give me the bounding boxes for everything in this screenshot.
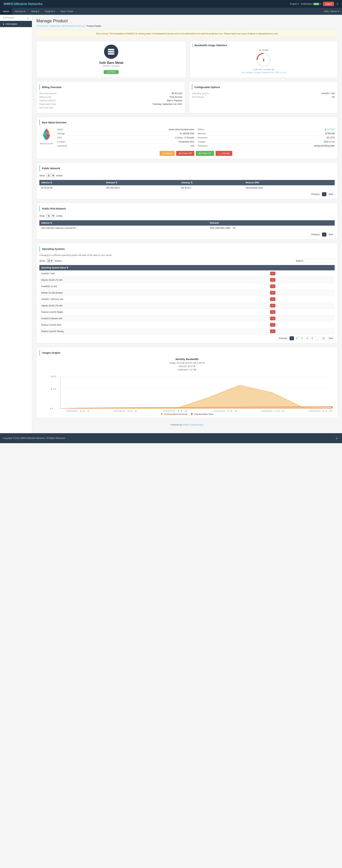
os-install-button[interactable]: 🔧 bbox=[270, 310, 275, 314]
os-search-box: Search: bbox=[296, 258, 335, 263]
bandwidth-chart: 30 10 0 2022-11-1 2022-11-2 2022-11-3 20… bbox=[39, 374, 335, 414]
os-search-input[interactable] bbox=[305, 258, 335, 263]
os-install-button[interactable]: 🔧 bbox=[270, 316, 275, 320]
svg-text:10: 10 bbox=[50, 388, 56, 390]
config-os: Operating System CentOS 7 x64 bbox=[192, 92, 335, 95]
os-header-row: Operating System Name ⇅ bbox=[39, 265, 335, 270]
ipv6-pagination: Previous 1 Next bbox=[39, 232, 335, 237]
nav-user[interactable]: Hello, Demo! ▾ bbox=[324, 10, 342, 13]
nav-billing[interactable]: Billing ▾ bbox=[28, 8, 42, 15]
os-prev-button[interactable]: Previous bbox=[277, 336, 289, 340]
os-table-row: Ubuntu 18.04 LTS x64 🔧 bbox=[39, 277, 335, 283]
os-install-button[interactable]: 🔧 bbox=[270, 297, 275, 301]
os-col-action bbox=[268, 265, 335, 270]
nav-services[interactable]: Services ▾ bbox=[12, 8, 28, 15]
os-install-button[interactable]: 🔧 bbox=[270, 272, 275, 275]
bm-memory: Memory: 32768 MB bbox=[198, 132, 335, 136]
notifications-button[interactable]: Notifications NEW ▾ bbox=[301, 3, 321, 5]
chevron-up-icon: ▲ bbox=[27, 17, 29, 19]
ipv6-prev-button[interactable]: Previous bbox=[310, 232, 321, 237]
os-install-button[interactable]: 🔧 bbox=[270, 284, 275, 288]
bare-metal-title: Bare Metal Overview bbox=[39, 120, 335, 125]
ipv6-table-row: 2001:19f0:5001:1869:0ec4:7aff:fe8e:ff27 … bbox=[39, 226, 335, 231]
nav-home[interactable]: Home bbox=[0, 8, 12, 15]
share-icon[interactable]: ↗ bbox=[336, 2, 338, 6]
breadcrumb-portal-home[interactable]: Portal Home bbox=[36, 25, 48, 27]
ipv6-show-select[interactable]: 5 10 25 bbox=[46, 214, 55, 218]
billing-next-due: Next Due Date bbox=[39, 106, 182, 109]
os-page-ellipsis: ... bbox=[315, 336, 320, 340]
ipv6-entries-label: entries bbox=[56, 215, 63, 217]
os-install-button[interactable]: 🔧 bbox=[270, 304, 275, 307]
os-install-button[interactable]: 🔧 bbox=[270, 330, 275, 333]
show-select[interactable]: 5 10 25 bbox=[46, 173, 55, 178]
sidebar-item-information[interactable]: ● Information bbox=[0, 21, 32, 27]
nav-open-ticket[interactable]: Open Ticket bbox=[58, 8, 76, 15]
language-button[interactable]: English ▾ bbox=[290, 3, 299, 5]
sidebar-group-overview[interactable]: Overview ▲ bbox=[0, 15, 32, 21]
nav-left: Home Services ▾ Billing ▾ Support ▾ Open… bbox=[0, 8, 76, 15]
os-table-row: CentOS 7 SELinux x64 🔧 bbox=[39, 296, 335, 303]
ipv6-next-button[interactable]: Next bbox=[327, 232, 335, 237]
prev-button[interactable]: Previous bbox=[310, 192, 321, 196]
os-next-button[interactable]: Next bbox=[327, 336, 335, 340]
stats-line2: Inbound: 34.8 GB bbox=[39, 365, 335, 368]
public-ipv6-controls: Show 5 10 25 entries bbox=[39, 214, 335, 218]
top-bar-right: English ▾ Notifications NEW ▾ Logout ↗ bbox=[290, 2, 338, 6]
svg-point-5 bbox=[113, 54, 114, 54]
col-address: Address ⇅ bbox=[39, 180, 104, 185]
page-1-button[interactable]: 1 bbox=[322, 192, 327, 196]
server-icon bbox=[107, 48, 115, 56]
poweroff-button[interactable]: ⏻ Power Off bbox=[176, 151, 194, 156]
reboot-button[interactable]: ↺ Reboot bbox=[160, 151, 175, 156]
os-table-row: CentOS 7 x64 🔧 bbox=[39, 270, 335, 277]
os-action-cell: 🔧 bbox=[268, 290, 335, 296]
billing-cycle: Billing Cycle Free Account bbox=[39, 96, 182, 98]
cell-gateway: 45.76.32.1 bbox=[179, 185, 244, 190]
os-page-12[interactable]: 12 bbox=[321, 336, 326, 340]
os-page-2[interactable]: 2 bbox=[295, 336, 299, 340]
top-bar: WMHCSModule Networks English ▾ Notificat… bbox=[0, 0, 342, 8]
poweron-button[interactable]: ⏻ Power On bbox=[196, 151, 214, 156]
bm-grid: Name: server.whmcsmodule.store Storage: … bbox=[57, 127, 335, 148]
os-install-button[interactable]: 🔧 bbox=[270, 291, 275, 294]
ipv6-cell-range: 2001:19f0:5001:1869: 64 bbox=[208, 226, 335, 231]
configurable-card: Configurable Options Operating System Ce… bbox=[189, 81, 338, 113]
os-page-5[interactable]: 5 bbox=[310, 336, 314, 340]
power-off-icon: ⏻ bbox=[179, 152, 181, 155]
dev-license-banner: Dev License: This installation of WHMCS … bbox=[36, 30, 338, 37]
stats-line3: Outbound: 0.12 GB bbox=[39, 368, 335, 371]
cell-address: 45.76.32.56 bbox=[39, 185, 104, 190]
svg-text:2022-11-1: 2022-11-1 bbox=[66, 410, 90, 412]
os-page-1[interactable]: 1 bbox=[289, 336, 294, 340]
breadcrumb-client-area[interactable]: Client Area bbox=[50, 25, 61, 27]
svg-text:2022-11-4: 2022-11-4 bbox=[213, 410, 237, 412]
table-header-row: Address ⇅ Netmask ⇅ Gateway ⇅ Reverse DN… bbox=[39, 180, 335, 185]
scroll-to-top-icon[interactable]: ▲ bbox=[335, 436, 339, 440]
bm-created: Created: 2022-11-01 bbox=[198, 140, 335, 144]
os-name-cell: Debian 10 x64 (buster) bbox=[39, 290, 268, 296]
os-page-3[interactable]: 3 bbox=[300, 336, 304, 340]
powered-link[interactable]: WHMCompleteSlution bbox=[182, 424, 203, 426]
ipv6-page-1-button[interactable]: 1 bbox=[322, 232, 327, 237]
sidebar: Overview ▲ ● Information bbox=[0, 15, 32, 433]
svg-text:2022-11-2: 2022-11-2 bbox=[113, 410, 137, 412]
console-icon: >_ bbox=[218, 152, 221, 155]
configurable-title: Configurable Options bbox=[192, 84, 335, 90]
bm-left-fields: Name: server.whmcsmodule.store Storage: … bbox=[57, 127, 194, 148]
os-table-row: CentOS 8 Stream x64 🔧 bbox=[39, 315, 335, 322]
billing-recurring: Recurring Amount $0.00 USD bbox=[39, 92, 182, 95]
next-button[interactable]: Next bbox=[327, 192, 335, 196]
os-install-button[interactable]: 🔧 bbox=[270, 323, 275, 327]
os-action-cell: 🔧 bbox=[268, 296, 335, 303]
nav-support[interactable]: Support ▾ bbox=[42, 8, 58, 15]
breadcrumb-products[interactable]: My Products & Services bbox=[62, 25, 85, 27]
os-name-cell: Ubuntu 18.04 LTS x64 bbox=[39, 277, 268, 283]
cell-netmask: 255.255.254.0 bbox=[104, 185, 179, 190]
logout-button[interactable]: Logout bbox=[323, 2, 334, 6]
os-install-button[interactable]: 🔧 bbox=[270, 278, 275, 282]
os-show-select[interactable]: 10 25 50 bbox=[47, 259, 53, 262]
console-button[interactable]: >_ Console bbox=[215, 151, 233, 156]
os-page-4[interactable]: 4 bbox=[305, 336, 309, 340]
bm-cpu: CPU: 4 Cores - 8 Threads bbox=[57, 136, 194, 140]
